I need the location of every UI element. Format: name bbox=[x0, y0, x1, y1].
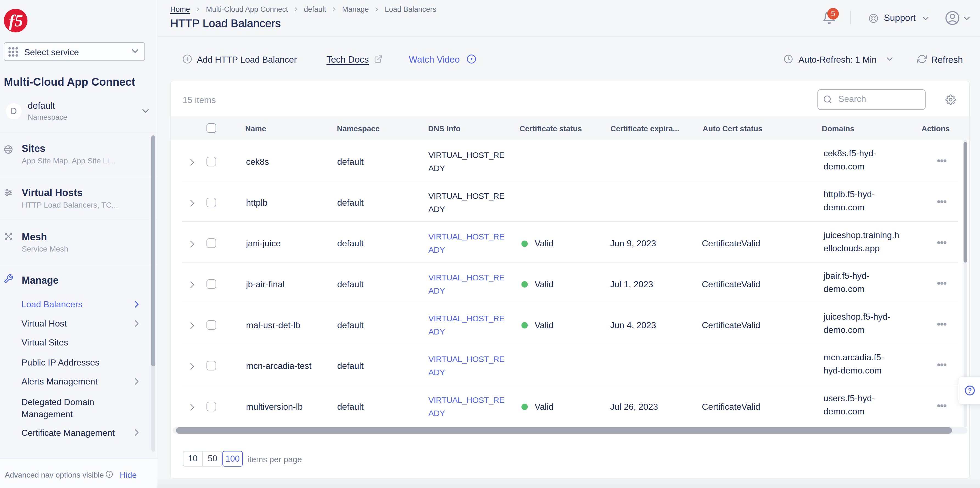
svg-text:f5: f5 bbox=[9, 11, 23, 30]
svg-text:?: ? bbox=[968, 387, 972, 394]
